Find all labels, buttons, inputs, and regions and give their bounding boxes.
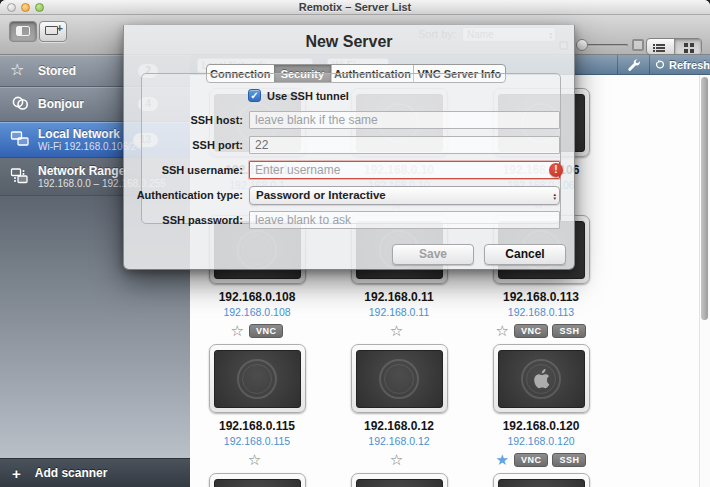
use-ssh-tunnel-label: Use SSH tunnel — [267, 90, 349, 102]
favorite-star[interactable]: ☆ — [390, 323, 403, 339]
scrollbar-track[interactable] — [699, 75, 710, 487]
server-name: 192.168.0.12 — [364, 420, 434, 433]
badge-list: VNCSSH — [514, 324, 587, 338]
ssh-host-label: SSH host: — [124, 111, 249, 130]
list-view-icon — [653, 44, 655, 46]
favorite-star[interactable]: ★ — [496, 452, 509, 468]
screen-preview — [214, 479, 301, 487]
network-range-icon — [10, 167, 32, 187]
view-mode-segmented-control — [646, 38, 702, 55]
server-thumbnail[interactable] — [351, 344, 448, 413]
ssh-password-input[interactable] — [249, 211, 560, 229]
authentication-type-select[interactable]: Password or Interactive ▴▾ — [249, 186, 560, 205]
new-server-dialog: New Server Connection Security Authentic… — [123, 25, 575, 270]
ssh-username-label: SSH username: — [124, 161, 249, 180]
sidebar-item-label: Stored — [38, 64, 76, 78]
ssh-port-input[interactable] — [249, 136, 560, 154]
server-card[interactable]: ☆ — [333, 473, 465, 487]
favorite-star[interactable]: ☆ — [231, 323, 244, 339]
screen-preview — [498, 350, 585, 408]
refresh-icon — [655, 58, 665, 71]
server-card[interactable]: 192.168.0.120 192.168.0.120 ★ VNCSSH — [475, 344, 607, 468]
ssh-host-input[interactable] — [249, 111, 560, 129]
server-thumbnail[interactable] — [493, 473, 590, 487]
server-name: 192.168.0.113 — [503, 291, 579, 304]
grid-view-button[interactable] — [674, 39, 702, 54]
large-size-icon — [632, 39, 644, 51]
card-star-row: ☆ — [390, 451, 408, 468]
window-title: Remotix – Server List — [0, 1, 710, 13]
wrench-icon — [627, 58, 641, 72]
server-address[interactable]: 192.168.0.120 — [507, 435, 574, 447]
plus-icon: + — [57, 23, 63, 34]
server-name: 192.168.0.120 — [503, 420, 580, 433]
favorite-star[interactable]: ☆ — [496, 323, 509, 339]
sidebar-icon — [16, 26, 30, 36]
sidebar-item-label: Bonjour — [38, 97, 84, 111]
cancel-button[interactable]: Cancel — [484, 244, 566, 265]
plus-icon: + — [12, 465, 21, 482]
server-card[interactable]: ☆ — [191, 473, 323, 487]
server-name: 192.168.0.11 — [364, 291, 433, 304]
thumbnail-size-slider[interactable] — [586, 44, 628, 47]
favorite-star[interactable]: ☆ — [390, 452, 403, 468]
add-scanner-label: Add scanner — [35, 466, 108, 480]
server-thumbnail[interactable] — [493, 344, 590, 413]
authentication-type-label: Authentication type: — [124, 186, 249, 205]
add-server-button[interactable]: + — [39, 21, 67, 42]
use-ssh-tunnel-row: ✓ Use SSH tunnel — [248, 89, 349, 102]
stepper-icon: ▴▾ — [553, 187, 556, 204]
ssh-port-label: SSH port: — [124, 136, 249, 155]
server-thumbnail[interactable] — [351, 473, 448, 487]
server-card[interactable]: ☆ — [475, 473, 607, 487]
grid-view-icon — [684, 43, 688, 47]
server-card[interactable]: 192.168.0.12 192.168.0.12 ☆ — [333, 344, 465, 468]
bonjour-icon — [10, 94, 32, 114]
screen-preview — [214, 350, 301, 408]
toggle-sidebar-button[interactable] — [9, 21, 37, 42]
screen-preview — [356, 479, 443, 487]
apple-logo-icon — [530, 366, 552, 392]
server-address[interactable]: 192.168.0.108 — [223, 306, 290, 318]
use-ssh-tunnel-checkbox[interactable]: ✓ — [248, 89, 261, 102]
card-star-row: ☆ — [248, 451, 266, 468]
add-scanner-button[interactable]: + Add scanner — [0, 458, 190, 487]
refresh-label: Refresh — [669, 59, 710, 71]
server-name: 192.168.0.108 — [219, 291, 296, 304]
card-star-row: ★ VNCSSH — [496, 451, 587, 468]
server-card[interactable]: 192.168.0.115 192.168.0.115 ☆ — [191, 344, 323, 468]
protocol-badge: VNC — [514, 324, 549, 338]
protocol-badge: SSH — [552, 453, 586, 467]
badge-list: VNC — [249, 324, 284, 338]
server-address[interactable]: 192.168.0.115 — [224, 435, 290, 447]
validation-error-icon: ! — [549, 163, 563, 177]
server-address[interactable]: 192.168.0.11 — [369, 306, 430, 318]
protocol-badge: SSH — [552, 324, 586, 338]
card-star-row: ☆ VNCSSH — [496, 322, 587, 339]
favorite-star[interactable]: ☆ — [248, 452, 261, 468]
save-button[interactable]: Save — [392, 244, 474, 265]
server-thumbnail[interactable] — [209, 344, 306, 413]
protocol-badge: VNC — [249, 324, 284, 338]
server-name: 192.168.0.115 — [219, 420, 295, 433]
slider-knob[interactable] — [576, 39, 588, 51]
app-window: Remotix – Server List + Sort by: Name ▴▾ — [0, 0, 710, 487]
ssh-username-input[interactable] — [249, 161, 560, 179]
star-icon: ☆ — [10, 61, 32, 81]
server-thumbnail[interactable] — [209, 473, 306, 487]
list-view-button[interactable] — [647, 39, 674, 54]
card-star-row: ☆ — [390, 322, 408, 339]
title-bar: Remotix – Server List — [0, 0, 710, 15]
badge-list: VNCSSH — [514, 453, 587, 467]
server-address[interactable]: 192.168.0.12 — [368, 435, 429, 447]
card-star-row: ☆ VNC — [231, 322, 284, 339]
server-address[interactable]: 192.168.0.113 — [508, 306, 574, 318]
network-icon — [10, 130, 32, 150]
screen-preview — [356, 350, 443, 408]
refresh-button[interactable]: Refresh — [651, 55, 710, 74]
ssh-password-label: SSH password: — [124, 211, 249, 230]
settings-wrench-button[interactable] — [617, 55, 650, 74]
scrollbar-thumb[interactable] — [701, 77, 708, 320]
dialog-title: New Server — [124, 33, 574, 51]
protocol-badge: VNC — [514, 453, 549, 467]
